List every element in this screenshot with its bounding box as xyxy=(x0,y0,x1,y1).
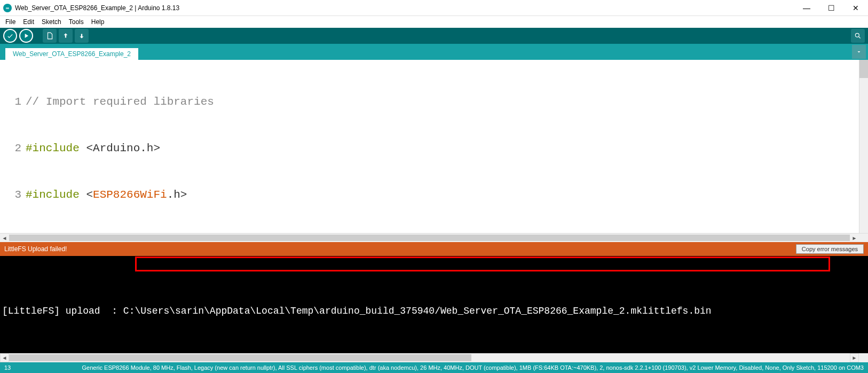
line-number: 1 xyxy=(0,94,26,110)
code-text: ESP8266WiFi xyxy=(93,187,167,203)
titlebar: ∞ Web_Server_OTA_ESP8266_Example_2 | Ard… xyxy=(0,0,868,16)
status-message: LittleFS Upload failed! xyxy=(4,245,796,253)
console-line: [LittleFS] upload : C:\Users\sarin\AppDa… xyxy=(2,304,866,319)
tab-menu-button[interactable] xyxy=(852,45,866,59)
code-text: < xyxy=(86,187,93,203)
serial-monitor-button[interactable] xyxy=(851,29,865,43)
code-text: // Import required libraries xyxy=(26,94,214,110)
menu-file[interactable]: File xyxy=(2,17,19,27)
menu-help[interactable]: Help xyxy=(88,17,108,27)
copy-error-button[interactable]: Copy error messages xyxy=(796,244,864,254)
maximize-button[interactable]: ☐ xyxy=(819,0,843,16)
code-text: #include xyxy=(26,187,86,203)
output-console[interactable]: [LittleFS] upload : C:\Users\sarin\AppDa… xyxy=(0,256,868,353)
menubar: File Edit Sketch Tools Help xyxy=(0,16,868,28)
code-text: Arduino xyxy=(93,141,140,156)
svg-point-0 xyxy=(855,33,859,37)
line-number: 2 xyxy=(0,141,26,156)
window-controls: — ☐ ✕ xyxy=(794,0,868,16)
toolbar xyxy=(0,28,868,44)
open-button[interactable] xyxy=(59,29,73,43)
code-text: .h> xyxy=(167,187,187,203)
upload-button[interactable] xyxy=(19,29,33,43)
save-button[interactable] xyxy=(75,29,89,43)
menu-sketch[interactable]: Sketch xyxy=(38,17,65,27)
window-title: Web_Server_OTA_ESP8266_Example_2 | Ardui… xyxy=(15,4,794,12)
code-editor[interactable]: 1// Import required libraries 2#include … xyxy=(0,60,868,242)
code-text: #include xyxy=(26,141,86,156)
status-bar: LittleFS Upload failed! Copy error messa… xyxy=(0,242,868,256)
new-button[interactable] xyxy=(43,29,57,43)
board-info: Generic ESP8266 Module, 80 MHz, Flash, L… xyxy=(11,364,864,371)
arduino-logo-icon: ∞ xyxy=(3,4,12,12)
code-text: < xyxy=(86,141,93,156)
cursor-line: 13 xyxy=(4,364,11,371)
footer-bar: 13 Generic ESP8266 Module, 80 MHz, Flash… xyxy=(0,362,868,373)
line-number: 3 xyxy=(0,187,26,203)
editor-horizontal-scrollbar[interactable]: ◄► xyxy=(0,233,868,242)
highlight-annotation xyxy=(135,257,830,271)
tab-bar: Web_Server_OTA_ESP8266_Example_2 xyxy=(0,44,868,60)
verify-button[interactable] xyxy=(3,29,17,43)
close-button[interactable]: ✕ xyxy=(843,0,868,16)
editor-vertical-scrollbar[interactable] xyxy=(859,60,868,233)
tab-sketch[interactable]: Web_Server_OTA_ESP8266_Example_2 xyxy=(5,48,138,60)
menu-edit[interactable]: Edit xyxy=(20,17,37,27)
code-text: .h> xyxy=(140,141,160,156)
minimize-button[interactable]: — xyxy=(794,0,819,16)
console-horizontal-scrollbar[interactable]: ◄► xyxy=(0,353,868,362)
menu-tools[interactable]: Tools xyxy=(66,17,87,27)
